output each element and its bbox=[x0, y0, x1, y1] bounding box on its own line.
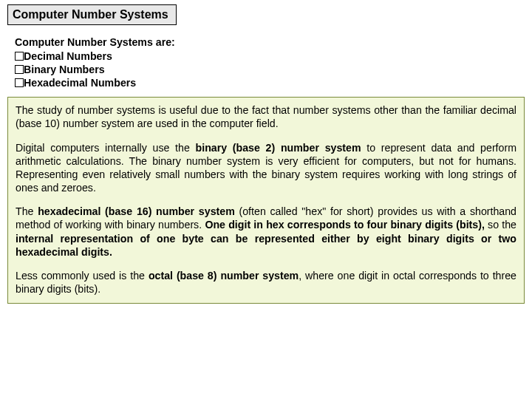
square-bullet-icon bbox=[15, 52, 24, 61]
list-item-label: Hexadecimal Numbers bbox=[24, 77, 136, 89]
list-item: Decimal Numbers bbox=[15, 50, 525, 63]
intro-heading: Computer Number Systems are: bbox=[15, 35, 525, 49]
list-item-label: Binary Numbers bbox=[24, 64, 105, 75]
paragraph: Less commonly used is the octal (base 8)… bbox=[16, 269, 516, 296]
list-item-label: Decimal Numbers bbox=[24, 50, 112, 62]
list-item: Hexadecimal Numbers bbox=[15, 76, 525, 89]
paragraph: The study of number systems is useful du… bbox=[16, 103, 516, 130]
list-item: Binary Numbers bbox=[15, 63, 525, 76]
square-bullet-icon bbox=[15, 78, 24, 87]
square-bullet-icon bbox=[15, 65, 24, 74]
content-panel: The study of number systems is useful du… bbox=[7, 97, 525, 304]
paragraph: Digital computers internally use the bin… bbox=[16, 141, 516, 195]
paragraph: The hexadecimal (base 16) number system … bbox=[16, 205, 516, 259]
intro-block: Computer Number Systems are: Decimal Num… bbox=[15, 35, 525, 89]
page-title: Computer Number Systems bbox=[7, 4, 177, 25]
